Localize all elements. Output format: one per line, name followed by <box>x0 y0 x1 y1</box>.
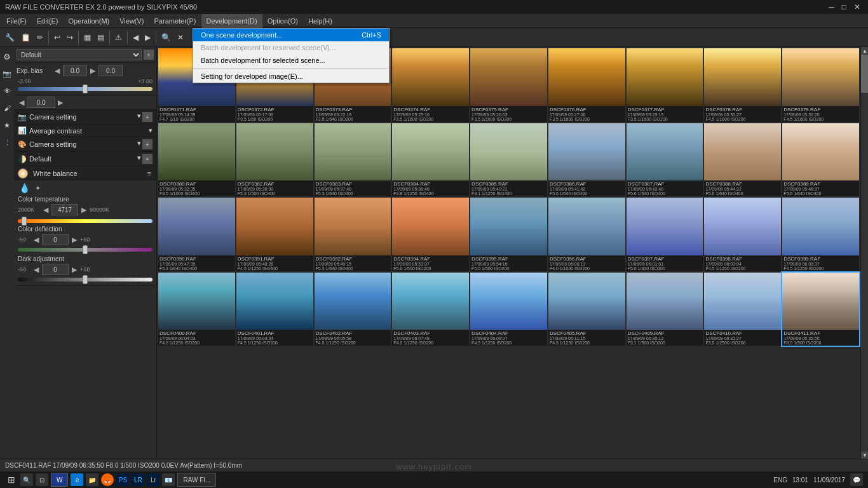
color-temp-slider[interactable] <box>18 219 153 223</box>
tool-icon-settings[interactable]: ⚙ <box>1 48 13 65</box>
toolbar-grid-2[interactable]: ▤ <box>95 29 107 46</box>
taskbar-search[interactable]: 🔍 <box>20 473 33 486</box>
toolbar-undo[interactable]: ↩ <box>51 29 63 46</box>
tool-icon-camera[interactable]: 📷 <box>0 65 14 82</box>
dark-adj-plus-btn[interactable]: ▶ <box>71 266 78 274</box>
thumb-item[interactable]: DSCF0402.RAF 17/09/09 06:05:58 F4.5 1/12… <box>315 273 391 346</box>
tool-icon-dots[interactable]: ⋮ <box>1 134 13 151</box>
taskbar-task-view[interactable]: ⊡ <box>36 473 48 486</box>
taskbar-app-explorer[interactable]: 📁 <box>86 473 98 486</box>
menu-view[interactable]: View(V) <box>114 14 149 28</box>
wb-header[interactable]: White balance ≡ <box>14 166 156 180</box>
dropdown-item-batch-selected[interactable]: Batch development for selected scene... <box>193 54 389 67</box>
exp-val1-input[interactable] <box>63 65 87 76</box>
color-header[interactable]: 🎨 Camera setting ▾ + <box>14 137 156 151</box>
tone-header[interactable]: 🌓 Default ▾ + <box>14 152 156 166</box>
thumb-item[interactable]: DSCF0387.RAF 17/09/09 05:42:48 F5.6 1/64… <box>627 123 703 197</box>
thumb-item[interactable]: DSCF0382.RAF 17/09/09 05:36:00 F5.3 1/50… <box>236 123 313 197</box>
dark-adj-slider[interactable] <box>18 278 153 281</box>
thumb-item[interactable]: DSCF0395.RAF 17/09/09 05:54:16 F5.0 1/50… <box>470 198 547 271</box>
thumb-item[interactable]: DSCF0378.RAF 17/09/09 05:30:27 F4.5 1/16… <box>704 48 781 122</box>
thumb-item[interactable]: DSCF0398.RAF 17/09/09 06:03:04 F4.5 1/12… <box>704 198 781 271</box>
wb-auto-btn[interactable]: ✦ <box>34 183 42 193</box>
taskbar-app-word[interactable]: W <box>51 473 68 487</box>
menu-option[interactable]: Option(O) <box>262 14 303 28</box>
maximize-btn[interactable]: □ <box>839 3 849 11</box>
toolbar-warn[interactable]: ⚠ <box>112 29 125 46</box>
thumb-item[interactable]: DSCF0383.RAF 17/09/09 05:37:49 F5.3 1/64… <box>315 123 391 197</box>
exp-plus-btn[interactable]: ▶ <box>89 67 97 75</box>
noise-header[interactable]: 📊 Average contrast ▾ <box>14 125 156 137</box>
dark-adj-minus-btn[interactable]: ◀ <box>32 266 40 274</box>
toolbar-prev[interactable]: ◀ <box>130 29 141 46</box>
thumb-item[interactable]: DSCF0389.RAF 17/09/09 05:46:37 F5.6 1/64… <box>782 123 859 197</box>
scroll-track[interactable] <box>861 55 868 451</box>
preset-add-btn[interactable]: + <box>144 50 154 60</box>
tool-icon-brush[interactable]: 🖌 <box>1 100 13 116</box>
thumb-item[interactable]: DSCF0374.RAF 17/09/09 05:25:16 F3.5 1/16… <box>392 48 469 122</box>
color-defl-input[interactable] <box>42 234 69 245</box>
thumb-item[interactable]: DSCF0403.RAF 17/09/09 06:07:48 F4.5 1/12… <box>392 273 469 346</box>
scroll-up-btn[interactable]: ▲ <box>861 47 868 55</box>
toolbar-next[interactable]: ▶ <box>142 29 153 46</box>
thumb-item[interactable]: DSCF0388.RAF 17/09/09 05:44:22 F5.6 1/64… <box>704 123 781 197</box>
exp-minus-btn[interactable]: ◀ <box>53 67 61 75</box>
thumb-item[interactable]: DSCF0379.RAF 17/09/09 05:31:20 F4.5 1/16… <box>782 48 859 122</box>
thumb-item[interactable]: DSCF0410.RAF 17/09/09 06:31:27 F3.5 1/25… <box>704 273 781 346</box>
thumb-item[interactable]: DSCF0392.RAF 17/09/09 05:49:15 F5.3 1/64… <box>315 198 391 271</box>
start-btn[interactable]: ⊞ <box>5 475 18 485</box>
thumb-item[interactable]: DSCF0386.RAF 17/09/09 05:41:42 F5.6 1/64… <box>548 123 625 197</box>
thumb-item[interactable]: DSCF0384.RAF 17/09/09 05:38:46 F3.8 1/12… <box>392 123 469 197</box>
color-defl-minus-btn[interactable]: ◀ <box>32 236 40 244</box>
thumb-item[interactable]: DSCF0377.RAF 17/09/09 05:29:13 F3.5 1/16… <box>627 48 703 122</box>
menu-development[interactable]: Development(D) <box>201 14 262 28</box>
expval-input[interactable] <box>27 97 55 108</box>
menu-operation[interactable]: Operation(M) <box>63 14 114 28</box>
taskbar-app-firefox[interactable]: 🦊 <box>101 473 114 486</box>
toolbar-zoom[interactable]: 🔍 <box>159 29 173 46</box>
dropdown-item-one-scene[interactable]: One scene development... Ctrl+S <box>193 29 389 41</box>
toolbar-btn-1[interactable]: 🔧 <box>3 29 17 46</box>
dropdown-item-batch-reserved[interactable]: Batch development for reserved scene(V).… <box>193 41 389 54</box>
taskbar-notification[interactable]: 💬 <box>850 473 863 486</box>
wb-eyedropper-btn[interactable]: 💧 <box>18 183 31 193</box>
toolbar-redo[interactable]: ↪ <box>64 29 76 46</box>
sharpness-add-btn[interactable]: + <box>142 112 153 122</box>
dropdown-item-setting-developed[interactable]: Setting for developed image(E)... <box>193 70 389 83</box>
dark-adj-input[interactable] <box>42 264 69 275</box>
close-btn[interactable]: ✕ <box>851 3 863 11</box>
thumb-item[interactable]: DSCF0376.RAF 17/09/09 05:27:06 F3.5 1/16… <box>548 48 625 122</box>
thumb-item[interactable]: DSCF0401.RAF 17/09/09 06:04:34 F4.5 1/12… <box>236 273 313 346</box>
expval-minus-btn[interactable]: ◀ <box>18 98 25 107</box>
menu-help[interactable]: Help(H) <box>303 14 337 28</box>
sharpness-header[interactable]: 📷 Camera setting ▾ + <box>14 110 156 124</box>
menu-file[interactable]: File(F) <box>1 14 32 28</box>
thumb-item[interactable]: DSCF0375.RAF 17/09/09 05:26:03 F3.5 1/16… <box>470 48 547 122</box>
scroll-thumb[interactable] <box>861 55 868 93</box>
thumb-item-selected[interactable]: DSCF0411.RAF 17/09/09 06:35:50 F8.0 1/50… <box>782 273 859 346</box>
color-defl-plus-btn[interactable]: ▶ <box>71 236 78 244</box>
thumb-item[interactable]: DSCF0409.RAF 17/09/09 06:30:12 F3.1 1/50… <box>627 273 703 346</box>
preset-dropdown[interactable]: Default <box>17 49 142 60</box>
taskbar-app-lr2[interactable]: Lr <box>147 473 159 486</box>
toolbar-close[interactable]: ✕ <box>175 29 186 46</box>
thumb-item[interactable]: DSCF0399.RAF 17/09/09 06:03:37 F4.5 1/12… <box>782 198 859 271</box>
thumb-item[interactable]: DSCF0390.RAF 17/09/09 05:47:39 F5.3 1/64… <box>158 198 235 271</box>
thumb-item[interactable]: DSCF0405.RAF 17/09/09 06:11:15 F4.5 1/12… <box>548 273 625 346</box>
exp-val2-input[interactable] <box>98 65 123 76</box>
taskbar-app-edge[interactable]: e <box>71 473 83 486</box>
color-temp-plus-btn[interactable]: ▶ <box>80 206 88 214</box>
tone-add-btn[interactable]: + <box>142 154 153 164</box>
taskbar-app-silkypix[interactable]: RAW FI... <box>177 473 216 487</box>
tool-icon-star[interactable]: ★ <box>1 117 13 133</box>
thumb-item[interactable]: DSCF0397.RAF 17/09/09 06:01:01 F5.6 1/32… <box>627 198 703 271</box>
wb-expand-btn[interactable]: ≡ <box>146 170 153 177</box>
thumb-item[interactable]: DSCF0380.RAF 17/09/09 05:32:35 F3.5 1/10… <box>158 123 235 197</box>
tool-icon-eye[interactable]: 👁 <box>1 83 13 99</box>
taskbar-app-lr[interactable]: LR <box>132 473 144 486</box>
taskbar-app-ps[interactable]: PS <box>116 473 129 486</box>
taskbar-app-mail[interactable]: 📧 <box>162 473 175 486</box>
thumb-item[interactable]: DSCF0394.RAF 17/09/09 05:53:07 F5.0 1/50… <box>392 198 469 271</box>
menu-edit[interactable]: Edit(E) <box>32 14 64 28</box>
right-scrollbar[interactable]: ▲ ▼ <box>860 47 868 459</box>
